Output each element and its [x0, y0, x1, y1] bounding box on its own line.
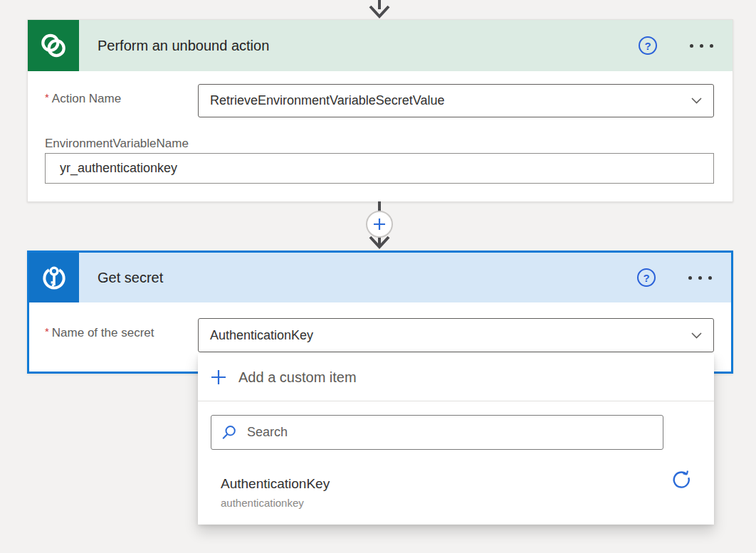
refresh-icon — [671, 469, 693, 490]
help-icon[interactable]: ? — [637, 268, 656, 287]
environment-variable-label: EnvironmentVariableName — [45, 137, 189, 151]
chevron-down-icon — [691, 98, 702, 104]
ellipsis-menu-icon[interactable] — [687, 272, 713, 284]
option-title: AuthenticationKey — [221, 476, 330, 492]
environment-variable-input[interactable] — [45, 153, 714, 184]
option-subtitle: authenticationkey — [221, 497, 330, 509]
incoming-arrow-icon — [367, 0, 392, 19]
card-title: Perform an unbound action — [98, 38, 269, 54]
card-header[interactable]: Perform an unbound action ? — [28, 20, 733, 71]
plus-icon — [373, 218, 386, 231]
action-name-combobox[interactable]: RetrieveEnvironmentVariableSecretValue — [198, 84, 714, 117]
search-box — [211, 415, 663, 450]
required-marker: * — [45, 91, 49, 103]
search-icon — [221, 425, 237, 441]
help-glyph: ? — [643, 272, 649, 284]
flow-designer-canvas: Perform an unbound action ? *Action Name… — [0, 0, 756, 553]
help-icon[interactable]: ? — [639, 36, 657, 55]
ellipsis-menu-icon[interactable] — [688, 40, 715, 52]
plus-icon — [211, 369, 226, 385]
refresh-button[interactable] — [671, 469, 693, 490]
action-card-perform-unbound-action: Perform an unbound action ? *Action Name… — [27, 19, 733, 202]
secret-name-label: *Name of the secret — [45, 326, 154, 340]
secret-name-combobox[interactable]: AuthenticationKey — [198, 318, 714, 352]
dataverse-icon — [28, 20, 79, 71]
add-custom-item-button[interactable]: Add a custom item — [198, 354, 714, 401]
add-custom-item-label: Add a custom item — [238, 369, 357, 386]
card-title: Get secret — [98, 270, 163, 286]
dropdown-option-authenticationkey[interactable]: AuthenticationKey authenticationkey — [221, 476, 330, 509]
combobox-dropdown-flyout: Add a custom item AuthenticationKey auth… — [198, 354, 714, 525]
action-name-label: *Action Name — [45, 92, 121, 106]
key-vault-icon — [29, 253, 79, 302]
required-marker: * — [45, 325, 49, 337]
combobox-value: RetrieveEnvironmentVariableSecretValue — [210, 93, 445, 108]
search-area — [198, 401, 714, 463]
card-header[interactable]: Get secret ? — [29, 253, 731, 302]
insert-step-button[interactable] — [366, 211, 393, 238]
search-input[interactable] — [246, 424, 653, 441]
help-glyph: ? — [644, 40, 651, 52]
combobox-value: AuthenticationKey — [210, 328, 313, 343]
chevron-down-icon — [691, 332, 702, 339]
